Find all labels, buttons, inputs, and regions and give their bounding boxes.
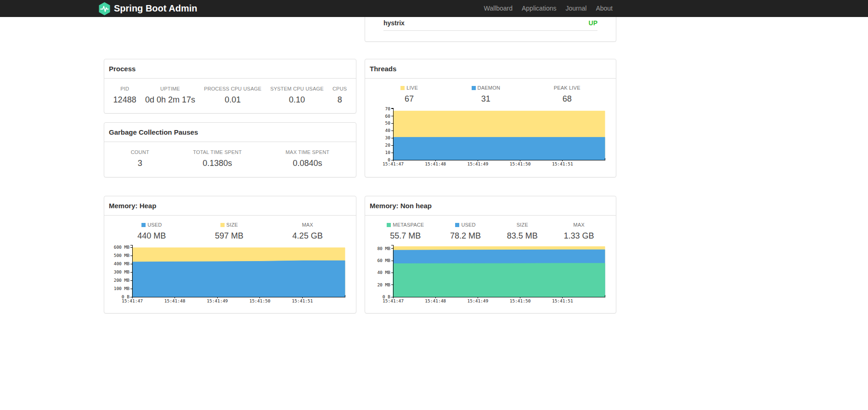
stat-label: MAX TIME SPENT xyxy=(286,149,330,155)
stat-gc-total-time: TOTAL TIME SPENT 0.1380s xyxy=(193,149,242,168)
navbar-viewport: Spring Boot Admin Wallboard Applications… xyxy=(0,0,720,17)
nav-item-journal[interactable]: Journal xyxy=(561,0,591,17)
left-column: Process PID 12488 UPTIME 0d 0h 2m 17s xyxy=(104,17,356,313)
threads-legend: LIVE 67 DAEMON 31 xyxy=(374,85,607,104)
legend-swatch-yellow xyxy=(220,223,225,227)
stat-label: CPUS xyxy=(333,86,347,91)
legend-label-text: METASPACE xyxy=(393,222,424,228)
stat-value: 0.1380s xyxy=(203,159,232,168)
legend-value: 440 MB xyxy=(137,231,166,241)
legend-label: PEAK LIVE xyxy=(554,85,581,91)
stat-pid: PID 12488 xyxy=(113,86,136,105)
legend-swatch-blue xyxy=(455,223,459,227)
legend-label: METASPACE xyxy=(387,222,424,228)
legend-item-live: LIVE 67 xyxy=(400,85,418,104)
navbar: Spring Boot Admin Wallboard Applications… xyxy=(0,0,868,17)
right-column: hystrix UP Threads LIVE xyxy=(365,17,616,313)
svg-text:400 MB: 400 MB xyxy=(114,261,130,266)
health-service-name: hystrix xyxy=(383,19,405,27)
svg-text:80 MB: 80 MB xyxy=(377,246,390,251)
legend-value: 4.25 GB xyxy=(293,231,323,241)
legend-label: SIZE xyxy=(517,222,528,228)
memory-nonheap-panel: Memory: Non heap METASPACE 55.7 MB xyxy=(365,196,616,313)
legend-label-text: MAX xyxy=(302,222,313,228)
legend-label-text: DAEMON xyxy=(478,85,500,91)
legend-label-text: MAX xyxy=(573,222,584,228)
legend-item-metaspace: METASPACE 55.7 MB xyxy=(387,222,424,241)
svg-text:15:41:48: 15:41:48 xyxy=(164,298,186,303)
threads-panel-title: Threads xyxy=(365,59,616,79)
left-column-spacer xyxy=(104,17,356,59)
nav-item-wallboard[interactable]: Wallboard xyxy=(479,0,517,17)
svg-text:15:41:50: 15:41:50 xyxy=(249,298,271,303)
svg-text:10: 10 xyxy=(385,150,391,155)
nav-item-about[interactable]: About xyxy=(591,0,617,17)
process-panel-body: PID 12488 UPTIME 0d 0h 2m 17s PROCESS CP… xyxy=(104,79,356,108)
nav-links: Wallboard Applications Journal About xyxy=(479,0,622,17)
threads-panel-body: LIVE 67 DAEMON 31 xyxy=(365,79,616,170)
nav-item-applications[interactable]: Applications xyxy=(517,0,561,17)
legend-item-size: SIZE 83.5 MB xyxy=(507,222,538,241)
svg-text:15:41:48: 15:41:48 xyxy=(425,161,446,166)
svg-text:300 MB: 300 MB xyxy=(114,269,130,274)
legend-label: USED xyxy=(455,222,475,228)
svg-text:50: 50 xyxy=(385,120,391,125)
stat-value: 8 xyxy=(338,95,342,105)
svg-text:15:41:50: 15:41:50 xyxy=(510,161,531,166)
svg-text:15:41:49: 15:41:49 xyxy=(207,298,228,303)
svg-text:15:41:51: 15:41:51 xyxy=(552,298,573,303)
stat-label: PROCESS CPU USAGE xyxy=(204,86,261,91)
svg-text:15:41:47: 15:41:47 xyxy=(122,298,143,303)
stat-label: PID xyxy=(120,86,129,91)
brand-title: Spring Boot Admin xyxy=(114,3,197,14)
stat-gc-max-time: MAX TIME SPENT 0.0840s xyxy=(286,149,330,168)
stat-system-cpu-usage: SYSTEM CPU USAGE 0.10 xyxy=(270,86,323,105)
legend-swatch-blue xyxy=(141,223,146,227)
memory-heap-panel-title: Memory: Heap xyxy=(104,196,356,216)
memory-nonheap-panel-title: Memory: Non heap xyxy=(365,196,616,216)
svg-text:15:41:51: 15:41:51 xyxy=(552,161,573,166)
svg-text:15:41:49: 15:41:49 xyxy=(468,161,489,166)
legend-item-max: MAX 1.33 GB xyxy=(564,222,594,241)
legend-value: 1.33 GB xyxy=(564,231,594,241)
legend-value: 55.7 MB xyxy=(390,231,421,241)
stat-gc-count: COUNT 3 xyxy=(131,149,149,168)
gc-panel-title: Garbage Collection Pauses xyxy=(104,123,356,142)
memory-nonheap-panel-body: METASPACE 55.7 MB USED 78.2 MB xyxy=(365,216,616,307)
memory-heap-chart: 0 B100 MB200 MB300 MB400 MB500 MB600 MB1… xyxy=(113,244,347,303)
legend-label-text: SIZE xyxy=(517,222,528,228)
svg-text:200 MB: 200 MB xyxy=(114,278,130,283)
legend-value: 83.5 MB xyxy=(507,231,538,241)
brand-link[interactable]: Spring Boot Admin xyxy=(98,2,197,16)
svg-text:15:41:48: 15:41:48 xyxy=(425,298,446,303)
stat-uptime: UPTIME 0d 0h 2m 17s xyxy=(145,86,195,105)
legend-label: DAEMON xyxy=(472,85,500,91)
legend-swatch-yellow xyxy=(400,86,405,90)
page-viewport: Process PID 12488 UPTIME 0d 0h 2m 17s xyxy=(0,17,720,350)
stat-value: 0d 0h 2m 17s xyxy=(145,95,195,105)
legend-label-text: USED xyxy=(461,222,475,228)
legend-item-size: SIZE 597 MB xyxy=(215,222,243,241)
svg-text:100 MB: 100 MB xyxy=(114,286,130,291)
stat-label: SYSTEM CPU USAGE xyxy=(270,86,323,91)
legend-value: 597 MB xyxy=(215,231,243,241)
legend-swatch-green xyxy=(387,223,391,227)
svg-text:40: 40 xyxy=(385,128,391,133)
stat-value: 3 xyxy=(138,159,142,168)
svg-text:30: 30 xyxy=(385,135,391,140)
health-status-badge: UP xyxy=(589,19,597,27)
memory-nonheap-legend: METASPACE 55.7 MB USED 78.2 MB xyxy=(374,222,607,241)
process-panel: Process PID 12488 UPTIME 0d 0h 2m 17s xyxy=(104,59,356,114)
stat-value: 0.01 xyxy=(225,95,241,105)
legend-label: SIZE xyxy=(220,222,238,228)
legend-label-text: SIZE xyxy=(226,222,238,228)
stat-value: 12488 xyxy=(113,95,136,105)
stat-label: TOTAL TIME SPENT xyxy=(193,149,242,155)
brand-logo-icon xyxy=(98,2,111,16)
legend-item-max: MAX 4.25 GB xyxy=(293,222,323,241)
health-row-hystrix: hystrix UP xyxy=(383,17,597,31)
threads-chart-wrap: LIVE 67 DAEMON 31 xyxy=(374,85,607,166)
legend-item-used: USED 78.2 MB xyxy=(450,222,481,241)
svg-text:15:41:47: 15:41:47 xyxy=(383,298,404,303)
legend-item-peak-live: PEAK LIVE 68 xyxy=(554,85,581,104)
